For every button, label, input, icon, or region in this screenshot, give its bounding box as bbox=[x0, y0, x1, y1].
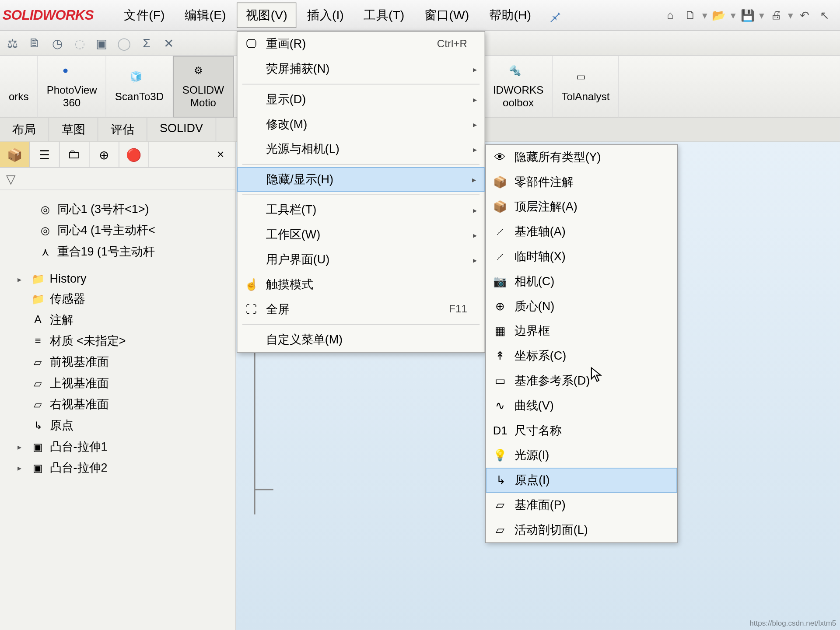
menu-item[interactable]: 自定义菜单(M) bbox=[237, 327, 484, 352]
new-icon[interactable]: 🗋 bbox=[682, 7, 698, 23]
close-panel-icon[interactable]: × bbox=[206, 142, 235, 167]
menu-item[interactable]: ▱基准面(P) bbox=[486, 493, 677, 518]
filter-icon[interactable]: ▽ bbox=[6, 171, 15, 186]
menu-item-label: 光源与相机(L) bbox=[266, 141, 467, 157]
concentric-icon: ◎ bbox=[38, 224, 52, 237]
tree-view-icon[interactable]: 📦 bbox=[0, 142, 30, 167]
pin-icon[interactable] bbox=[548, 8, 563, 23]
tree-item[interactable]: ▱右视基准面 bbox=[16, 394, 232, 415]
balance-icon[interactable]: ⚖ bbox=[4, 35, 21, 52]
cube-icon[interactable]: ▣ bbox=[93, 35, 111, 52]
menu-item-label: 活动剖切面(L) bbox=[514, 522, 660, 538]
menu-items: 文件(F) 编辑(E) 视图(V) 插入(I) 工具(T) 窗口(W) 帮助(H… bbox=[115, 3, 540, 28]
menu-item[interactable]: 🖵重画(R)Ctrl+R bbox=[237, 32, 484, 56]
menu-item[interactable]: 工作区(W)▸ bbox=[237, 222, 484, 247]
tree-item-icon: ▣ bbox=[31, 440, 45, 453]
origin-icon[interactable]: ⊕ bbox=[89, 142, 119, 167]
menu-item[interactable]: ⛶全屏F11 bbox=[237, 297, 484, 322]
circle-icon[interactable]: ◯ bbox=[116, 35, 133, 52]
menu-item-label: 荧屏捕获(N) bbox=[266, 61, 467, 77]
tab-solid[interactable]: SOLIDV bbox=[147, 118, 216, 141]
menu-file[interactable]: 文件(F) bbox=[115, 3, 174, 28]
doc-icon[interactable]: 🗎 bbox=[26, 35, 44, 52]
tree-item[interactable]: ▸▣凸台-拉伸2 bbox=[16, 457, 232, 478]
print-icon[interactable]: 🖨 bbox=[768, 7, 784, 23]
menu-item-label: 工作区(W) bbox=[266, 227, 467, 243]
property-icon[interactable]: ☰ bbox=[30, 142, 60, 167]
clock-icon[interactable]: ◷ bbox=[49, 35, 66, 52]
tab-layout[interactable]: 布局 bbox=[0, 118, 49, 141]
menu-item[interactable]: 📦顶层注解(A) bbox=[486, 194, 677, 219]
open-icon[interactable]: 📂 bbox=[710, 7, 727, 23]
ribbon-motion[interactable]: ⚙SOLIDW Motio bbox=[173, 56, 234, 118]
menu-item-label: 触摸模式 bbox=[266, 276, 467, 293]
menu-item[interactable]: 💡光源(I) bbox=[486, 443, 677, 468]
menu-item[interactable]: 📷相机(C) bbox=[486, 269, 677, 294]
menu-item[interactable]: ↟坐标系(C) bbox=[486, 343, 677, 368]
menu-item[interactable]: ↳原点(I) bbox=[486, 468, 677, 493]
tree-mate[interactable]: ⋏重合19 (1号主动杆 bbox=[37, 241, 231, 262]
menu-item[interactable]: 荧屏捕获(N)▸ bbox=[237, 56, 484, 81]
tree-item[interactable]: A注解 bbox=[16, 309, 232, 330]
tree-item[interactable]: ▸📁History bbox=[16, 270, 232, 288]
tree-item[interactable]: 📁传感器 bbox=[16, 288, 232, 309]
menu-item-label: 边界框 bbox=[514, 323, 660, 339]
menu-item[interactable]: 光源与相机(L)▸ bbox=[237, 136, 484, 161]
menu-edit[interactable]: 编辑(E) bbox=[175, 3, 235, 28]
select-icon[interactable]: ↖ bbox=[816, 7, 833, 23]
menu-item[interactable]: 用户界面(U)▸ bbox=[237, 247, 484, 272]
tree-item[interactable]: ↳原点 bbox=[16, 415, 232, 436]
sigma-icon[interactable]: Σ bbox=[138, 35, 155, 52]
menu-tools[interactable]: 工具(T) bbox=[354, 3, 414, 28]
menu-help[interactable]: 帮助(H) bbox=[480, 3, 540, 28]
home-icon[interactable]: ⌂ bbox=[662, 7, 679, 23]
undo-icon[interactable]: ↶ bbox=[796, 7, 812, 23]
tree-item[interactable]: ▱上视基准面 bbox=[16, 373, 232, 394]
menu-insert[interactable]: 插入(I) bbox=[298, 3, 353, 28]
tab-sketch[interactable]: 草图 bbox=[49, 118, 98, 141]
ribbon-tolanalyst[interactable]: ▭TolAnalyst bbox=[553, 56, 619, 118]
config-icon[interactable]: 🗀 bbox=[60, 142, 89, 167]
ribbon-toolbox[interactable]: 🔩IDWORKS oolbox bbox=[484, 56, 553, 118]
menu-item[interactable]: ☝触摸模式 bbox=[237, 272, 484, 297]
tree-item[interactable]: ▸▣凸台-拉伸1 bbox=[16, 436, 232, 457]
menu-item-icon: 🖵 bbox=[242, 36, 261, 52]
tab-evaluate[interactable]: 评估 bbox=[98, 118, 147, 141]
menu-item[interactable]: ⟋临时轴(X) bbox=[486, 244, 677, 269]
menu-item-icon: ↟ bbox=[491, 348, 510, 364]
menu-window[interactable]: 窗口(W) bbox=[415, 3, 478, 28]
tree-item-icon: ▱ bbox=[31, 355, 45, 369]
menu-item[interactable]: 显示(D)▸ bbox=[237, 87, 484, 112]
ribbon-works[interactable]: orks bbox=[0, 56, 38, 118]
tree-mate[interactable]: ◎同心1 (3号杆<1>) bbox=[37, 199, 231, 220]
tree-item[interactable]: ≡材质 <未指定> bbox=[16, 330, 232, 351]
menu-view[interactable]: 视图(V) bbox=[237, 3, 297, 28]
menu-item-label: 曲线(V) bbox=[514, 398, 660, 414]
menu-item[interactable]: ▱活动剖切面(L) bbox=[486, 518, 677, 542]
save-icon[interactable]: 💾 bbox=[739, 7, 756, 23]
menu-item-icon bbox=[242, 252, 261, 268]
menu-item[interactable]: ⊕质心(N) bbox=[486, 294, 677, 319]
menu-item-icon: ▱ bbox=[491, 497, 510, 513]
menu-item[interactable]: 隐藏/显示(H)▸ bbox=[237, 167, 484, 192]
link-icon[interactable]: ◌ bbox=[71, 35, 88, 52]
menu-item[interactable]: ▦边界框 bbox=[486, 318, 677, 343]
ribbon-photoview[interactable]: ●PhotoView 360 bbox=[38, 56, 106, 118]
menu-item[interactable]: 📦零部件注解 bbox=[486, 170, 677, 195]
tree-item[interactable]: ▱前视基准面 bbox=[16, 352, 232, 373]
menu-item[interactable]: D1尺寸名称 bbox=[486, 418, 677, 443]
app-logo: SOLIDWORKS bbox=[3, 7, 102, 23]
tree-mate[interactable]: ◎同心4 (1号主动杆< bbox=[37, 220, 231, 241]
menu-item[interactable]: 工具栏(T)▸ bbox=[237, 198, 484, 223]
menu-item-icon bbox=[242, 116, 261, 133]
menu-item[interactable]: 修改(M)▸ bbox=[237, 112, 484, 137]
menu-item[interactable]: ∿曲线(V) bbox=[486, 393, 677, 418]
menu-item[interactable]: ⟋基准轴(A) bbox=[486, 219, 677, 244]
watermark: https://blog.csdn.net/lxtm5 bbox=[749, 619, 836, 627]
tools-icon[interactable]: ✕ bbox=[160, 35, 178, 52]
menu-item[interactable]: 👁隐藏所有类型(Y) bbox=[486, 145, 677, 170]
menu-item[interactable]: ▭基准参考系(D) bbox=[486, 368, 677, 393]
ribbon-scanto3d[interactable]: 🧊ScanTo3D bbox=[106, 56, 173, 118]
appearance-icon[interactable]: 🔴 bbox=[119, 142, 149, 167]
concentric-icon: ◎ bbox=[38, 203, 52, 216]
